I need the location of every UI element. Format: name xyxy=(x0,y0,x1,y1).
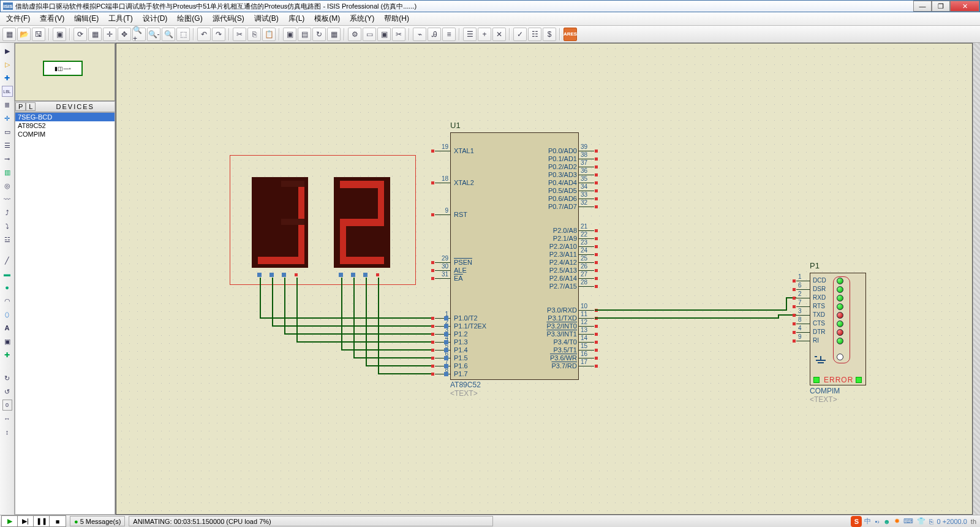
menu-design[interactable]: 设计(D) xyxy=(138,12,173,25)
device-pin-icon[interactable]: ⊸ xyxy=(2,153,13,164)
l-button[interactable]: L xyxy=(26,102,36,111)
grid-icon[interactable]: ▦ xyxy=(88,28,102,41)
property-icon[interactable]: ≡ xyxy=(442,28,456,41)
voltage-probe-icon[interactable]: ⤴ xyxy=(2,207,13,218)
maximize-button[interactable]: ❐ xyxy=(932,1,950,12)
tray-icon[interactable]: ✹ xyxy=(894,517,900,525)
ares-icon[interactable]: ARES xyxy=(564,28,577,41)
box-icon[interactable]: ▬ xyxy=(2,268,13,279)
rotate-cw-icon[interactable]: ↻ xyxy=(2,373,13,384)
mirror-h-icon[interactable]: ↔ xyxy=(2,413,13,424)
junction-icon[interactable]: ✚ xyxy=(2,72,13,83)
refresh-icon[interactable]: ⟳ xyxy=(74,28,87,41)
zoom-out-icon[interactable]: 🔍- xyxy=(147,28,160,41)
bus-icon[interactable]: ✛ xyxy=(2,113,13,124)
origin-icon[interactable]: ✛ xyxy=(103,28,116,41)
zoom-all-icon[interactable]: 🔍 xyxy=(162,28,175,41)
selection-icon[interactable]: ▶ xyxy=(2,45,13,56)
text-icon[interactable]: A xyxy=(2,322,13,333)
block-copy-icon[interactable]: ▣ xyxy=(283,28,296,41)
tray-icon[interactable]: ⎘ xyxy=(929,518,933,525)
save-icon[interactable]: 🖫 xyxy=(32,28,45,41)
overview-panel[interactable]: ▮◫—▫ xyxy=(15,43,115,101)
menu-source[interactable]: 源代码(S) xyxy=(208,12,249,25)
open-icon[interactable]: 📂 xyxy=(17,28,31,41)
search-icon[interactable]: Ꭿ xyxy=(428,28,441,41)
block-move-icon[interactable]: ▤ xyxy=(298,28,311,41)
new-sheet-icon[interactable]: + xyxy=(478,28,491,41)
graph-icon[interactable]: ▥ xyxy=(2,167,13,178)
tray-icon[interactable]: 👕 xyxy=(917,517,925,525)
menu-view[interactable]: 查看(V) xyxy=(35,12,69,25)
decompose-icon[interactable]: ✂ xyxy=(392,28,405,41)
pick-icon[interactable]: ⚙ xyxy=(348,28,361,41)
tray-icon[interactable]: ☻ xyxy=(883,518,891,525)
arc-icon[interactable]: ◠ xyxy=(2,295,13,306)
angle-input[interactable]: 0 xyxy=(2,400,12,411)
print-area-icon[interactable]: ▣ xyxy=(53,28,66,41)
component-icon[interactable]: ▷ xyxy=(2,59,13,70)
symbol-icon[interactable]: ▣ xyxy=(2,336,13,347)
marker-icon[interactable]: ✚ xyxy=(2,349,13,360)
seven-seg-digit[interactable] xyxy=(252,177,308,268)
mirror-v-icon[interactable]: ↕ xyxy=(2,427,13,438)
list-item[interactable]: AT89C52 xyxy=(15,121,115,130)
zoom-area-icon[interactable]: ⬚ xyxy=(176,28,190,41)
virtual-instrument-icon[interactable]: ☳ xyxy=(2,234,13,245)
tape-icon[interactable]: ◎ xyxy=(2,180,13,191)
menu-library[interactable]: 库(L) xyxy=(284,12,310,25)
make-device-icon[interactable]: ▭ xyxy=(363,28,376,41)
paste-icon[interactable]: 📋 xyxy=(262,28,276,41)
remove-sheet-icon[interactable]: ✕ xyxy=(492,28,506,41)
circle-icon[interactable]: ● xyxy=(2,282,13,293)
play-button[interactable]: ▶ xyxy=(2,516,18,526)
minimize-button[interactable]: — xyxy=(913,1,932,12)
list-item[interactable]: 7SEG-BCD xyxy=(15,113,115,121)
line-icon[interactable]: ╱ xyxy=(2,255,13,266)
p-button[interactable]: P xyxy=(15,102,26,111)
redo-icon[interactable]: ↷ xyxy=(212,28,225,41)
pause-button[interactable]: ❚❚ xyxy=(34,516,50,526)
label-icon[interactable]: LBL xyxy=(2,86,13,97)
zoom-in-icon[interactable]: 🔍+ xyxy=(132,28,146,41)
devices-list[interactable]: 7SEG-BCD AT89C52 COMPIM xyxy=(15,112,115,515)
pan-icon[interactable]: ✥ xyxy=(118,28,131,41)
undo-icon[interactable]: ↶ xyxy=(197,28,211,41)
tray-icon[interactable]: ⌨ xyxy=(903,517,913,525)
terminal-icon[interactable]: ☰ xyxy=(2,140,13,151)
menu-tools[interactable]: 工具(T) xyxy=(104,12,137,25)
subcircuit-icon[interactable]: ▭ xyxy=(2,126,13,137)
netlist-icon[interactable]: ☷ xyxy=(528,28,541,41)
close-button[interactable]: ✕ xyxy=(950,1,979,12)
path-icon[interactable]: ⬯ xyxy=(2,309,13,320)
ime-lang[interactable]: 中 xyxy=(864,517,871,526)
stop-button[interactable]: ■ xyxy=(50,516,66,526)
menu-debug[interactable]: 调试(B) xyxy=(249,12,284,25)
menu-template[interactable]: 模板(M) xyxy=(309,12,345,25)
block-rotate-icon[interactable]: ↻ xyxy=(312,28,326,41)
packaging-icon[interactable]: ▣ xyxy=(377,28,391,41)
erc-icon[interactable]: ✓ xyxy=(513,28,527,41)
wire-autoroute-icon[interactable]: ⌁ xyxy=(413,28,426,41)
menu-file[interactable]: 文件(F) xyxy=(1,12,35,25)
block-delete-icon[interactable]: ▦ xyxy=(327,28,341,41)
new-icon[interactable]: ▦ xyxy=(2,28,16,41)
rotate-ccw-icon[interactable]: ↺ xyxy=(2,386,13,397)
generator-icon[interactable]: 〰 xyxy=(2,194,13,205)
menu-edit[interactable]: 编辑(E) xyxy=(69,12,104,25)
menu-system[interactable]: 系统(Y) xyxy=(345,12,379,25)
seven-seg-digit[interactable] xyxy=(334,177,390,268)
messages-panel[interactable]: ●5 Message(s) xyxy=(70,516,125,526)
tray-icon[interactable]: •› xyxy=(875,518,880,525)
copy-icon[interactable]: ⎘ xyxy=(247,28,261,41)
ime-icon[interactable]: S xyxy=(851,516,862,527)
list-item[interactable]: COMPIM xyxy=(15,130,115,138)
current-probe-icon[interactable]: ⤵ xyxy=(2,221,13,232)
schematic-canvas[interactable]: U1 AT89C52 <TEXT> 19 XTAL1 18 XTAL2 9 RS… xyxy=(116,43,973,515)
menu-help[interactable]: 帮助(H) xyxy=(379,12,414,25)
cut-icon[interactable]: ✂ xyxy=(233,28,246,41)
menu-draw[interactable]: 绘图(G) xyxy=(172,12,207,25)
bom-icon[interactable]: $ xyxy=(543,28,556,41)
text-script-icon[interactable]: ≣ xyxy=(2,99,13,110)
design-explorer-icon[interactable]: ☰ xyxy=(463,28,477,41)
